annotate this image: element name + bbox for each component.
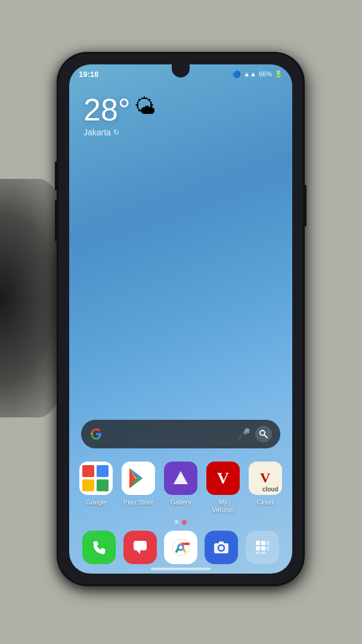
google-app-icon[interactable] bbox=[79, 462, 113, 495]
cloud-app-icon[interactable]: V cloud bbox=[249, 462, 282, 495]
weather-temperature: 28° bbox=[83, 94, 131, 125]
svg-rect-2 bbox=[82, 465, 94, 477]
weather-widget: 28° 🌤 Jakarta ↻ bbox=[83, 94, 156, 137]
app-grid: Google Play Store bbox=[69, 462, 292, 514]
myverizon-app-label: My Verizon bbox=[212, 499, 234, 514]
svg-marker-6 bbox=[174, 471, 188, 484]
phone-case: 19:18 🔵 ▲▲ 66% 🔋 28° 🌤 Jakarta ↻ bbox=[58, 54, 303, 584]
playstore-app-label: Play Store bbox=[123, 499, 154, 506]
page-dot-1[interactable] bbox=[175, 520, 178, 524]
google-search-bar[interactable]: 🎤 bbox=[81, 420, 280, 448]
weather-condition-icon: 🌤 bbox=[134, 94, 156, 119]
app-google[interactable]: Google bbox=[79, 462, 113, 514]
volume-up-button[interactable] bbox=[55, 161, 58, 191]
gallery-app-label: Gallery bbox=[171, 499, 191, 506]
svg-rect-20 bbox=[261, 546, 265, 550]
dock-messages[interactable] bbox=[123, 531, 157, 564]
svg-point-0 bbox=[260, 431, 265, 435]
playstore-app-icon[interactable] bbox=[122, 462, 155, 495]
svg-rect-22 bbox=[256, 552, 260, 554]
weather-refresh-icon[interactable]: ↻ bbox=[113, 128, 119, 137]
svg-rect-17 bbox=[261, 541, 265, 545]
weather-city: Jakarta ↻ bbox=[83, 128, 156, 137]
phone-screen: 19:18 🔵 ▲▲ 66% 🔋 28° 🌤 Jakarta ↻ bbox=[69, 64, 292, 574]
google-g-icon bbox=[89, 428, 103, 441]
myverizon-app-icon[interactable]: V bbox=[206, 462, 240, 495]
dock-chrome[interactable] bbox=[164, 531, 197, 564]
gallery-app-icon[interactable] bbox=[164, 462, 197, 495]
svg-rect-7 bbox=[134, 541, 147, 550]
svg-rect-18 bbox=[267, 541, 269, 545]
app-cloud[interactable]: V cloud Cloud bbox=[249, 462, 282, 514]
svg-rect-3 bbox=[97, 465, 109, 477]
page-dots bbox=[175, 520, 187, 525]
svg-rect-4 bbox=[82, 479, 94, 491]
lens-search-icon[interactable] bbox=[255, 426, 272, 442]
svg-line-1 bbox=[265, 435, 267, 438]
dock-camera[interactable] bbox=[205, 531, 238, 564]
volume-down-button[interactable] bbox=[55, 200, 58, 242]
page-dot-2[interactable] bbox=[182, 520, 187, 525]
svg-rect-19 bbox=[256, 546, 260, 550]
svg-rect-16 bbox=[256, 541, 260, 545]
cloud-app-label: Cloud bbox=[256, 499, 274, 506]
google-app-label: Google bbox=[86, 499, 107, 506]
bluetooth-icon: 🔵 bbox=[233, 70, 241, 78]
svg-rect-15 bbox=[219, 541, 224, 544]
dock bbox=[69, 531, 292, 564]
svg-marker-8 bbox=[137, 550, 140, 554]
app-playstore[interactable]: Play Store bbox=[122, 462, 155, 514]
svg-point-12 bbox=[179, 546, 182, 549]
home-indicator[interactable] bbox=[151, 568, 211, 570]
status-time: 19:18 bbox=[79, 70, 98, 79]
svg-rect-23 bbox=[261, 552, 265, 554]
svg-rect-5 bbox=[97, 479, 109, 491]
status-icons: 🔵 ▲▲ 66% 🔋 bbox=[233, 70, 283, 78]
app-myverizon[interactable]: V My Verizon bbox=[206, 462, 240, 514]
dock-phone[interactable] bbox=[82, 531, 116, 564]
power-button[interactable] bbox=[303, 185, 307, 227]
battery-icon: 66% bbox=[259, 70, 272, 78]
battery-fill-icon: 🔋 bbox=[274, 70, 283, 78]
svg-rect-21 bbox=[267, 546, 269, 550]
voice-search-icon[interactable]: 🎤 bbox=[237, 428, 250, 441]
signal-icon: ▲▲ bbox=[243, 70, 256, 78]
dock-apps-button[interactable] bbox=[246, 531, 279, 564]
app-gallery[interactable]: Gallery bbox=[164, 462, 197, 514]
